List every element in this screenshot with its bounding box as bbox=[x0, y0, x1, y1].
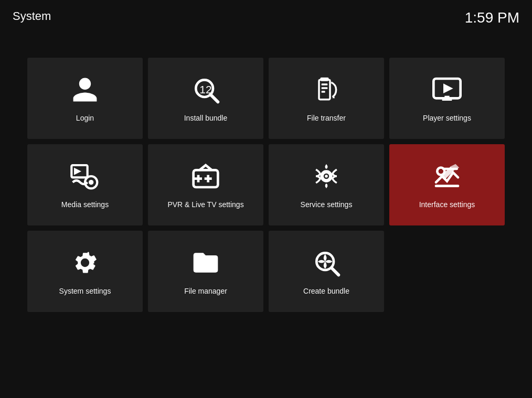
grid-item-install-bundle[interactable]: 12 Install bundle bbox=[148, 58, 263, 139]
grid-item-create-bundle[interactable]: Create bundle bbox=[269, 231, 384, 312]
app-title: System bbox=[13, 9, 51, 23]
interface-settings-icon bbox=[432, 162, 462, 195]
player-settings-icon bbox=[432, 75, 462, 109]
grid-item-system-settings-label: System settings bbox=[59, 287, 111, 295]
grid-item-system-settings[interactable]: System settings bbox=[27, 231, 143, 312]
grid-item-interface-settings[interactable]: Interface settings bbox=[389, 144, 505, 225]
svg-rect-11 bbox=[444, 95, 449, 100]
svg-rect-7 bbox=[322, 91, 325, 93]
grid-item-login-label: Login bbox=[76, 114, 94, 122]
clock: 1:59 PM bbox=[465, 9, 519, 26]
grid-item-media-settings[interactable]: Media settings bbox=[27, 144, 143, 225]
grid-item-pvr-settings-label: PVR & Live TV settings bbox=[167, 200, 243, 209]
grid-item-login[interactable]: Login bbox=[27, 58, 143, 139]
grid-item-media-settings-label: Media settings bbox=[61, 200, 109, 209]
grid-item-file-manager[interactable]: File manager bbox=[148, 231, 263, 312]
svg-rect-4 bbox=[319, 80, 330, 99]
grid-item-install-bundle-label: Install bundle bbox=[184, 114, 228, 122]
svg-rect-5 bbox=[322, 83, 328, 85]
grid-item-player-settings-label: Player settings bbox=[423, 114, 471, 122]
service-settings-icon bbox=[312, 162, 341, 195]
file-manager-icon bbox=[191, 248, 220, 282]
pvr-settings-icon bbox=[191, 162, 220, 195]
grid-item-pvr-settings[interactable]: PVR & Live TV settings bbox=[148, 144, 263, 225]
grid-item-service-settings-label: Service settings bbox=[301, 200, 353, 209]
grid-item-file-transfer-label: File transfer bbox=[307, 114, 346, 122]
svg-point-23 bbox=[325, 185, 328, 187]
login-icon bbox=[70, 75, 100, 109]
svg-marker-13 bbox=[74, 167, 81, 175]
svg-point-22 bbox=[325, 165, 328, 168]
file-transfer-icon bbox=[312, 75, 341, 109]
main-grid: Login 12 Install bundle File transfer Pl… bbox=[0, 26, 532, 312]
svg-rect-6 bbox=[322, 87, 328, 89]
grid-empty-cell bbox=[389, 231, 505, 312]
grid-item-create-bundle-label: Create bundle bbox=[303, 287, 349, 295]
install-bundle-icon: 12 bbox=[191, 75, 220, 109]
grid-item-player-settings[interactable]: Player settings bbox=[389, 58, 505, 139]
grid-item-file-manager-label: File manager bbox=[184, 287, 227, 295]
svg-text:12: 12 bbox=[199, 83, 211, 95]
svg-line-30 bbox=[332, 268, 339, 275]
grid-item-file-transfer[interactable]: File transfer bbox=[269, 58, 384, 139]
system-settings-icon bbox=[70, 248, 100, 282]
media-settings-icon bbox=[70, 162, 100, 195]
header: System 1:59 PM bbox=[0, 0, 532, 26]
svg-point-15 bbox=[89, 180, 93, 185]
svg-marker-9 bbox=[443, 83, 453, 93]
grid-item-interface-settings-label: Interface settings bbox=[419, 200, 475, 209]
create-bundle-icon bbox=[312, 248, 341, 282]
grid-item-service-settings[interactable]: Service settings bbox=[269, 144, 384, 225]
svg-point-25 bbox=[325, 175, 328, 178]
svg-line-1 bbox=[210, 94, 218, 102]
